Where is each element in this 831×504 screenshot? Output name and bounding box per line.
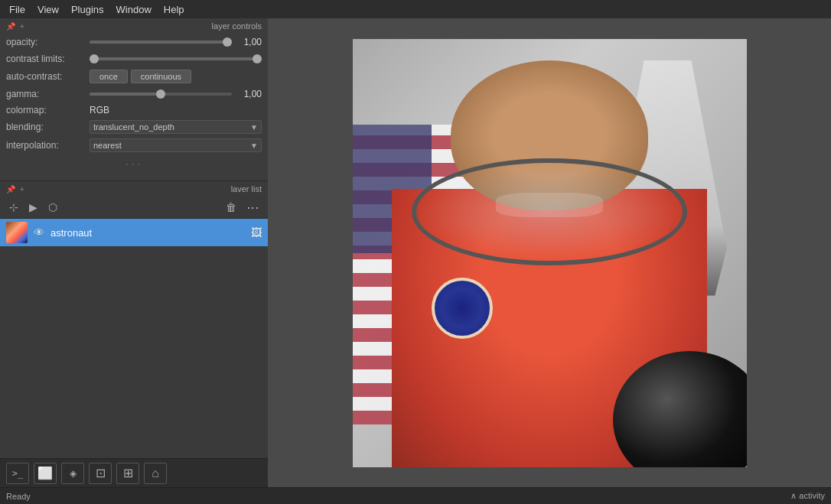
interpolation-row: interpolation: nearest ▼ bbox=[0, 136, 268, 154]
layer-type-icon: 🖼 bbox=[251, 226, 262, 239]
layer-list-header: 📌 + laver list bbox=[0, 181, 268, 197]
auto-contrast-once-button[interactable]: once bbox=[90, 70, 128, 83]
colormap-label: colormap: bbox=[6, 105, 86, 115]
opacity-label: opacity: bbox=[6, 37, 86, 47]
select-tool-button[interactable]: ⊹ bbox=[6, 200, 21, 215]
delete-layer-button[interactable]: 🗑 bbox=[223, 200, 240, 215]
menu-help[interactable]: Help bbox=[158, 2, 191, 17]
layer-list-add-icon[interactable]: + bbox=[20, 185, 24, 193]
2d-view-icon: ⬜ bbox=[37, 466, 53, 480]
layer-thumbnail bbox=[6, 222, 28, 243]
opacity-track bbox=[90, 41, 232, 44]
image-area bbox=[268, 18, 831, 487]
helmet-ring bbox=[412, 158, 688, 265]
layer-list-section: 📌 + laver list ⊹ ▶ ⬡ 🗑 ⋮ bbox=[0, 181, 268, 458]
menubar: File View Plugins Window Help bbox=[0, 0, 831, 18]
layer-controls-add-icon[interactable]: + bbox=[20, 22, 24, 31]
opacity-row: opacity: 1,00 bbox=[0, 34, 268, 50]
layer-list-header-icons: 📌 + bbox=[6, 185, 24, 193]
gamma-row: gamma: 1,00 bbox=[0, 86, 268, 102]
gamma-thumb[interactable] bbox=[156, 89, 165, 99]
menu-plugins[interactable]: Plugins bbox=[65, 2, 110, 17]
interpolation-arrow-icon: ▼ bbox=[250, 141, 258, 150]
layer-list-pin-icon[interactable]: 📌 bbox=[6, 185, 15, 193]
layer-controls-title: layer controls bbox=[212, 21, 262, 31]
layer-controls-panel: 📌 + layer controls opacity: 1,00 bbox=[0, 18, 268, 181]
3d-view-icon: ◈ bbox=[70, 468, 77, 479]
grid-button[interactable]: ⊞ bbox=[116, 463, 139, 484]
arrow-tool-button[interactable]: ▶ bbox=[26, 200, 41, 215]
auto-contrast-label: auto-contrast: bbox=[6, 71, 86, 82]
layer-controls-pin-icon[interactable]: 📌 bbox=[6, 22, 15, 31]
console-button[interactable]: >_ bbox=[6, 463, 29, 484]
layer-item[interactable]: 👁 astronaut 🖼 bbox=[0, 219, 268, 246]
contrast-limits-label: contrast limits: bbox=[6, 54, 86, 64]
expand-icon: ⊡ bbox=[96, 466, 106, 480]
layer-list-toolbar: ⊹ ▶ ⬡ 🗑 ⋮ bbox=[0, 197, 268, 219]
blending-select[interactable]: translucent_no_depth ▼ bbox=[90, 120, 262, 134]
contrast-limits-fill bbox=[90, 57, 262, 60]
blending-label: blending: bbox=[6, 122, 86, 132]
menu-window[interactable]: Window bbox=[110, 2, 158, 17]
status-ready: Ready bbox=[6, 492, 31, 501]
2d-view-button[interactable]: ⬜ bbox=[34, 463, 57, 484]
layer-list-menu-dots[interactable]: ⋮ bbox=[244, 202, 262, 213]
gamma-slider[interactable] bbox=[90, 88, 232, 100]
interpolation-label: interpolation: bbox=[6, 140, 86, 151]
contrast-limits-row: contrast limits: bbox=[0, 50, 268, 67]
opacity-value: 1,00 bbox=[235, 37, 262, 47]
auto-contrast-buttons: once continuous bbox=[90, 70, 262, 83]
3d-view-button[interactable]: ◈ bbox=[61, 463, 84, 484]
opacity-slider[interactable] bbox=[90, 36, 232, 48]
gamma-value: 1,00 bbox=[235, 89, 262, 99]
colormap-value: RGB bbox=[90, 105, 262, 115]
layer-controls-header-icons: 📌 + bbox=[6, 22, 24, 31]
home-button[interactable]: ⌂ bbox=[144, 463, 167, 484]
gamma-fill bbox=[90, 93, 161, 96]
main-area: 📌 + layer controls opacity: 1,00 bbox=[0, 18, 831, 487]
auto-contrast-continuous-button[interactable]: continuous bbox=[131, 70, 191, 83]
contrast-limits-track bbox=[90, 57, 262, 60]
contrast-limits-slider[interactable] bbox=[90, 53, 262, 65]
left-panel: 📌 + layer controls opacity: 1,00 bbox=[0, 18, 268, 487]
layer-name: astronaut bbox=[51, 227, 245, 239]
controls-separator: ··· bbox=[0, 154, 268, 174]
opacity-fill bbox=[90, 41, 232, 44]
opacity-thumb[interactable] bbox=[223, 37, 232, 47]
blending-row: blending: translucent_no_depth ▼ bbox=[0, 118, 268, 136]
menu-view[interactable]: View bbox=[31, 2, 65, 17]
blending-arrow-icon: ▼ bbox=[250, 123, 258, 132]
layer-controls-header: 📌 + layer controls bbox=[0, 18, 268, 34]
astronaut-image bbox=[353, 39, 747, 467]
label-tool-button[interactable]: ⬡ bbox=[45, 200, 60, 215]
layer-visibility-icon[interactable]: 👁 bbox=[34, 226, 44, 239]
interpolation-select[interactable]: nearest ▼ bbox=[90, 138, 262, 152]
layer-thumb-preview bbox=[6, 222, 28, 243]
gamma-label: gamma: bbox=[6, 89, 86, 99]
status-bar: Ready ∧ activity bbox=[0, 487, 831, 504]
gamma-track bbox=[90, 93, 232, 96]
helmet-visor bbox=[496, 193, 602, 217]
contrast-limits-max-thumb[interactable] bbox=[253, 54, 262, 63]
home-icon: ⌂ bbox=[152, 467, 159, 480]
bottom-toolbar: >_ ⬜ ◈ ⊡ ⊞ ⌂ bbox=[0, 458, 268, 487]
activity-button[interactable]: ∧ activity bbox=[790, 491, 825, 501]
expand-button[interactable]: ⊡ bbox=[89, 463, 112, 484]
contrast-limits-min-thumb[interactable] bbox=[90, 54, 99, 63]
blending-value: translucent_no_depth bbox=[93, 122, 174, 132]
auto-contrast-row: auto-contrast: once continuous bbox=[0, 67, 268, 86]
colormap-row: colormap: RGB bbox=[0, 102, 268, 118]
interpolation-value: nearest bbox=[93, 141, 122, 150]
menu-file[interactable]: File bbox=[3, 2, 31, 17]
console-icon: >_ bbox=[12, 468, 23, 479]
mission-patch bbox=[432, 278, 493, 339]
layer-list-title: laver list bbox=[231, 184, 262, 193]
grid-icon: ⊞ bbox=[123, 466, 133, 480]
